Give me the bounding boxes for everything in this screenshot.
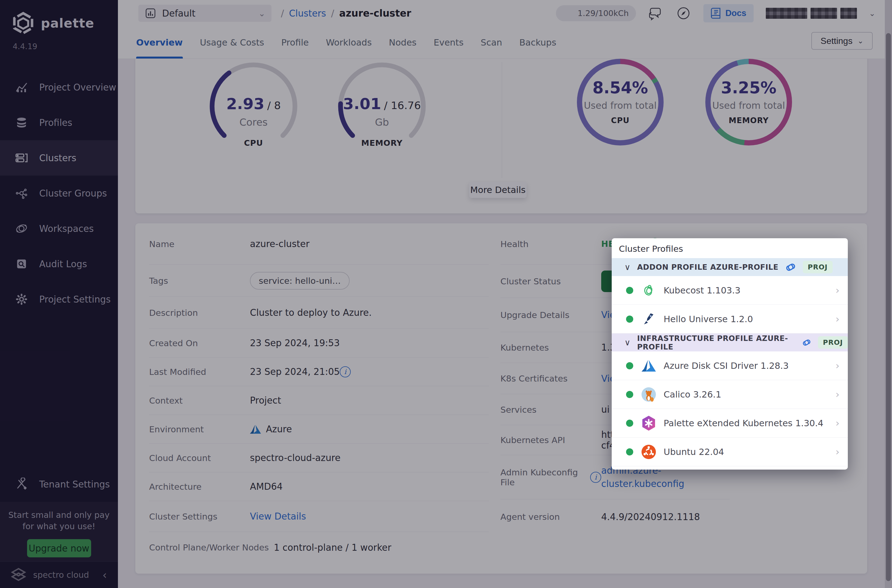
detail-row-nodes: Control Plane/Worker Nodes 1 control-pla… [149, 532, 489, 563]
azure-icon [250, 424, 261, 434]
detail-row-cluster-settings: Cluster Settings View Details [149, 501, 489, 532]
profile-item-ubuntu[interactable]: Ubuntu 22.04 › [612, 438, 848, 466]
audit-logs-icon [14, 257, 29, 271]
layers-icon [14, 116, 29, 130]
tab-profile[interactable]: Profile [281, 27, 309, 58]
ubuntu-icon [641, 444, 656, 460]
cpu-usage-donut: 8.54% Used from total CPU [577, 59, 664, 146]
breadcrumb: / Clusters / azure-cluster [281, 8, 411, 19]
link-icon [785, 262, 796, 272]
detail-row-context: Context Project [149, 386, 489, 415]
tab-nodes[interactable]: Nodes [389, 27, 416, 58]
tab-scan[interactable]: Scan [481, 27, 502, 58]
addon-profile-section-header[interactable]: ∨ ADDON PROFILE AZURE-PROFILE PROJ [612, 258, 848, 276]
metrics-card: 2.93/ 8 Cores CPU 3.01/ 16.76 Gb MEM [135, 59, 867, 213]
tab-events[interactable]: Events [434, 27, 463, 58]
breadcrumb-clusters-link[interactable]: Clusters [289, 8, 326, 19]
project-selector[interactable]: Default ⌄ [138, 5, 272, 22]
sidebar-item-label: Project Settings [39, 294, 111, 305]
more-details-button[interactable]: More Details [469, 182, 527, 198]
redacted-block [811, 8, 837, 19]
proj-badge: PROJ [818, 336, 848, 349]
profile-item-kubecost[interactable]: Kubecost 1.103.3 › [612, 276, 848, 305]
clusters-icon [14, 151, 29, 165]
project-icon [144, 7, 156, 20]
book-icon [710, 7, 722, 20]
breadcrumb-separator: / [331, 8, 334, 19]
profile-item-hello-universe[interactable]: Hello Universe 1.2.0 › [612, 305, 848, 333]
cluster-groups-icon [14, 186, 29, 200]
palette-logo-icon [12, 12, 35, 35]
status-dot [626, 315, 633, 323]
detail-row-last-modified: Last Modified 23 Sep 2024, 21:05 i [149, 357, 489, 386]
memory-unit: Gb [335, 117, 429, 128]
app-version: 4.4.19 [13, 42, 37, 51]
breadcrumb-separator: / [281, 8, 284, 19]
tab-overview[interactable]: Overview [136, 27, 183, 58]
profile-item-palette-extended-kubernetes[interactable]: Palette eXtended Kubernetes 1.30.4 › [612, 409, 848, 438]
sidebar-item-project-settings[interactable]: Project Settings [0, 282, 118, 317]
detail-row-created-on: Created On 23 Sep 2024, 19:53 [149, 329, 489, 357]
docs-label: Docs [725, 8, 746, 18]
upgrade-now-button[interactable]: Upgrade now [27, 539, 91, 557]
chevron-down-icon: ⌄ [857, 37, 863, 45]
proj-badge: PROJ [803, 261, 833, 273]
sidebar-item-label: Tenant Settings [39, 479, 110, 490]
cluster-settings-view-details-link[interactable]: View Details [250, 511, 306, 522]
memory-gauge-label: MEMORY [335, 138, 429, 148]
sidebar-item-profiles[interactable]: Profiles [0, 105, 118, 140]
user-name-redacted[interactable] [766, 8, 857, 19]
sidebar-item-workspaces[interactable]: Workspaces [0, 211, 118, 246]
user-menu-chevron-icon[interactable]: ⌄ [869, 9, 875, 18]
sidebar-item-project-overview[interactable]: Project Overview [0, 70, 118, 105]
scrollbar-track[interactable] [885, 0, 892, 588]
redacted-block [840, 8, 857, 19]
kubecost-icon [641, 283, 656, 298]
profile-item-calico[interactable]: Calico 3.26.1 › [612, 380, 848, 409]
info-icon[interactable]: i [590, 472, 601, 483]
sidebar-item-clusters[interactable]: Clusters [0, 140, 118, 176]
sidebar-item-tenant-settings[interactable]: Tenant Settings [0, 466, 118, 502]
chevron-right-icon: › [836, 360, 839, 371]
calico-icon [641, 387, 656, 402]
info-icon[interactable]: i [340, 366, 351, 377]
scrollbar-thumb[interactable] [886, 33, 891, 581]
detail-row-tags: Tags service: hello-uni… [149, 265, 489, 297]
memory-usage-percent: 3.25% [710, 78, 787, 97]
sidebar-item-label: Clusters [39, 153, 76, 164]
chat-icon[interactable] [648, 6, 664, 21]
settings-button[interactable]: Settings ⌄ [811, 32, 872, 50]
tab-backups[interactable]: Backups [519, 27, 556, 58]
project-selector-value: Default [162, 8, 258, 19]
chevron-right-icon: › [836, 388, 839, 400]
detail-row-environment: Environment Azure [149, 415, 489, 444]
tab-workloads[interactable]: Workloads [326, 27, 372, 58]
infrastructure-profile-section-header[interactable]: ∨ INFRASTRUCTURE PROFILE AZURE-PROFILE P… [612, 333, 848, 351]
detail-row-agent-version: Agent version 4.4.9/20240912.1118 [500, 500, 730, 534]
compass-icon[interactable] [676, 6, 691, 21]
status-dot [626, 362, 633, 369]
chevron-right-icon: › [836, 285, 839, 296]
sidebar-item-label: Cluster Groups [39, 188, 107, 199]
cluster-name-value: azure-cluster [250, 238, 309, 249]
tenant-settings-section: Tenant Settings [0, 466, 118, 502]
sidebar-item-cluster-groups[interactable]: Cluster Groups [0, 176, 118, 211]
sidebar-item-audit-logs[interactable]: Audit Logs [0, 246, 118, 282]
collapse-sidebar-icon[interactable]: ‹ [102, 570, 107, 580]
cpu-gauge: 2.93/ 8 Cores CPU [207, 59, 300, 154]
cpu-gauge-label: CPU [207, 138, 300, 148]
sidebar-nav: Project Overview Profiles Clusters Clust… [0, 70, 118, 317]
tag-pill[interactable]: service: hello-uni… [250, 272, 350, 290]
details-left-column: Name azure-cluster Tags service: hello-u… [149, 224, 489, 563]
cluster-profiles-panel: Cluster Profiles ∨ ADDON PROFILE AZURE-P… [612, 238, 848, 470]
docs-button[interactable]: Docs [703, 4, 754, 22]
profile-item-azure-disk-csi[interactable]: Azure Disk CSI Driver 1.28.3 › [612, 351, 848, 380]
status-dot [626, 420, 633, 427]
brand-name: palette [41, 16, 94, 31]
chevron-right-icon: › [836, 314, 839, 325]
detail-row-name: Name azure-cluster [149, 224, 489, 265]
credits-value: 1.29/100kCh [578, 9, 629, 18]
cpu-total-value: / 8 [267, 99, 281, 111]
memory-gauge: 3.01/ 16.76 Gb MEMORY [335, 59, 429, 154]
tab-usage-costs[interactable]: Usage & Costs [200, 27, 264, 58]
